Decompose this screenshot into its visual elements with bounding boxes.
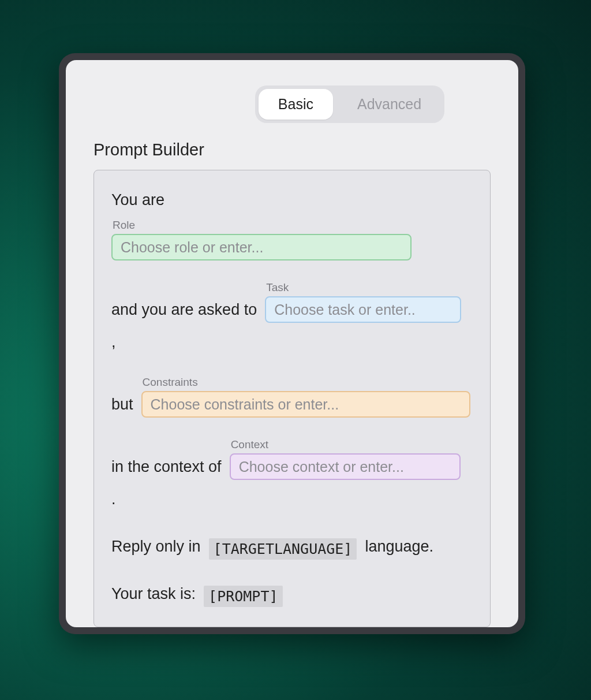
- lead-text: You are: [111, 187, 164, 213]
- token-prompt: [PROMPT]: [204, 586, 282, 607]
- row-prompt: Your task is: [PROMPT]: [111, 580, 473, 607]
- field-context: Context: [230, 438, 461, 480]
- prompt-builder-panel: You are Role and you are asked to Task ,: [93, 170, 491, 627]
- lead-text: but: [111, 391, 133, 418]
- trail-text: ,: [111, 329, 116, 355]
- role-input[interactable]: [111, 234, 412, 260]
- field-constraints: Constraints: [141, 376, 470, 418]
- token-targetlanguage: [TARGETLANGUAGE]: [209, 538, 357, 560]
- lead-text: Your task is:: [111, 580, 196, 607]
- constraints-input[interactable]: [141, 391, 470, 418]
- field-label-task: Task: [265, 281, 461, 294]
- modal: Basic Advanced Prompt Builder You are Ro…: [66, 60, 518, 627]
- tab-group-wrap: Basic Advanced: [93, 85, 491, 123]
- row-language: Reply only in [TARGETLANGUAGE] language.: [111, 533, 473, 560]
- tab-basic[interactable]: Basic: [259, 89, 333, 120]
- field-label-role: Role: [111, 219, 412, 232]
- page-title: Prompt Builder: [93, 140, 491, 159]
- row-constraints: but Constraints: [111, 376, 473, 418]
- modal-shell: Basic Advanced Prompt Builder You are Ro…: [59, 53, 525, 634]
- tab-group: Basic Advanced: [255, 85, 444, 123]
- lead-text: in the context of: [111, 453, 222, 480]
- field-role: Role: [111, 219, 412, 260]
- field-label-context: Context: [230, 438, 461, 451]
- field-label-constraints: Constraints: [141, 376, 470, 389]
- lead-text: and you are asked to: [111, 296, 257, 323]
- tab-advanced[interactable]: Advanced: [338, 89, 441, 120]
- trail-text: language.: [365, 533, 433, 560]
- context-input[interactable]: [230, 453, 461, 480]
- task-input[interactable]: [265, 296, 461, 323]
- trail-text: .: [111, 486, 116, 512]
- field-task: Task: [265, 281, 461, 323]
- lead-text: Reply only in: [111, 533, 201, 560]
- row-role: You are Role: [111, 187, 473, 260]
- row-context: in the context of Context .: [111, 438, 473, 512]
- modal-content: Basic Advanced Prompt Builder You are Ro…: [66, 60, 518, 627]
- row-task: and you are asked to Task ,: [111, 281, 473, 355]
